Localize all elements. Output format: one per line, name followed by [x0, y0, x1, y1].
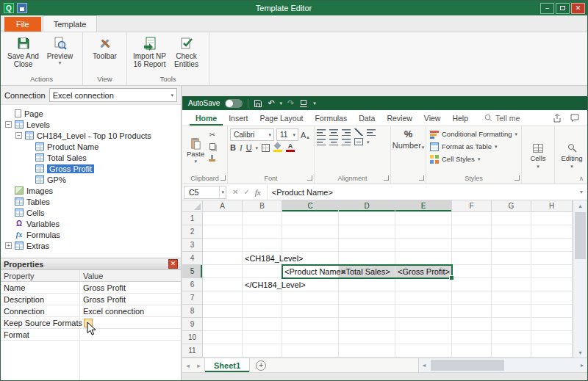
cell-D9[interactable] [339, 318, 395, 331]
cancel-icon[interactable]: ✕ [232, 188, 238, 196]
expand-icon[interactable]: + [5, 242, 12, 249]
previous-sheet-icon[interactable]: ◂ [182, 362, 193, 369]
tell-me-box[interactable]: Tell me [484, 114, 520, 123]
collapse-ribbon-icon[interactable]: ∧ [578, 175, 584, 182]
underline-button[interactable]: U [246, 143, 252, 152]
toolbar-button[interactable]: Toolbar [87, 35, 123, 62]
orientation-icon[interactable] [354, 128, 363, 136]
tab-home[interactable]: Home [190, 110, 223, 126]
cell-C11[interactable] [282, 344, 339, 358]
insert-function-icon[interactable]: fx [255, 188, 261, 197]
scroll-up-icon[interactable]: ▴ [573, 200, 587, 211]
keep-source-formats-checkbox[interactable] [84, 319, 93, 327]
cut-button[interactable]: ✂ [209, 129, 215, 139]
cell-F9[interactable] [452, 318, 492, 331]
property-row-name[interactable]: Name Gross Profit [1, 282, 181, 294]
column-header-C[interactable]: C [282, 200, 339, 212]
chevron-down-icon[interactable]: ▾ [256, 145, 259, 150]
tree-item-cells[interactable]: Cells [1, 207, 181, 218]
cell-E1[interactable] [395, 212, 452, 225]
cell-B9[interactable] [243, 318, 282, 331]
cell-G4[interactable] [492, 252, 531, 265]
cell-B1[interactable] [243, 212, 282, 225]
row-header-3[interactable]: 3 [182, 239, 203, 252]
cell-E6[interactable] [395, 278, 452, 291]
tab-review[interactable]: Review [381, 110, 417, 126]
row-header-5[interactable]: 5 [182, 265, 203, 278]
cell-G2[interactable] [492, 225, 531, 239]
property-row-format[interactable]: Format [1, 329, 181, 341]
tree-item-images[interactable]: Images [1, 185, 181, 196]
connection-select[interactable]: Excel connection ▾ [49, 88, 177, 102]
cell-A3[interactable] [203, 239, 243, 252]
cell-D1[interactable] [339, 212, 395, 225]
cell-A11[interactable] [203, 344, 243, 358]
row-header-2[interactable]: 2 [182, 225, 203, 239]
column-header-G[interactable]: G [492, 200, 531, 212]
cell-A8[interactable] [203, 305, 243, 318]
autosave-toggle[interactable] [225, 99, 243, 108]
cell-C3[interactable] [282, 239, 339, 252]
tab-template[interactable]: Template [43, 15, 98, 32]
row-header-1[interactable]: 1 [182, 212, 203, 225]
expand-formula-bar-icon[interactable]: ▾ [577, 189, 586, 195]
cell-G11[interactable] [492, 344, 531, 358]
sheet-tab-sheet1[interactable]: Sheet1 [204, 358, 250, 372]
property-value[interactable]: Gross Profit [80, 282, 181, 293]
cell-G10[interactable] [492, 331, 531, 344]
cell-G5[interactable] [492, 265, 531, 278]
scroll-down-icon[interactable]: ▾ [573, 347, 587, 358]
dialog-launcher-icon[interactable] [220, 175, 226, 181]
cell-C1[interactable] [282, 212, 339, 225]
tab-page-layout[interactable]: Page Layout [254, 110, 309, 126]
quick-command-icon[interactable] [299, 99, 308, 108]
row-header-4[interactable]: 4 [182, 252, 203, 265]
cell-A9[interactable] [203, 318, 243, 331]
property-row-description[interactable]: Description Gross Profit [1, 294, 181, 305]
select-all-corner[interactable] [182, 200, 203, 212]
cell-C10[interactable] [282, 331, 339, 344]
add-sheet-button[interactable]: + [256, 360, 266, 371]
formula-input[interactable]: <Product Name> [268, 184, 577, 200]
scrollbar-thumb[interactable] [575, 212, 586, 259]
paste-button[interactable]: Paste ▾ [184, 128, 207, 173]
align-center-icon[interactable] [329, 138, 338, 145]
collapse-icon[interactable]: − [5, 121, 12, 128]
cell-A2[interactable] [203, 225, 243, 239]
column-header-E[interactable]: E [395, 200, 452, 212]
vertical-scrollbar[interactable]: ▴ ▾ [573, 200, 587, 358]
cell-H5[interactable] [531, 265, 573, 278]
import-np16-report-button[interactable]: Import NP 16 Report [132, 35, 168, 70]
row-header-6[interactable]: 6 [182, 278, 203, 291]
column-header-F[interactable]: F [452, 200, 492, 212]
copy-button[interactable] [209, 141, 215, 151]
cell-G6[interactable] [492, 278, 531, 291]
tree-item-gp-percent[interactable]: GP% [1, 174, 181, 185]
dialog-launcher-icon[interactable] [384, 175, 389, 181]
scrollbar-track[interactable] [429, 358, 577, 372]
redo-icon[interactable]: ↷ [287, 99, 294, 107]
cell-B10[interactable] [243, 331, 282, 344]
cell-D2[interactable] [339, 225, 395, 239]
fill-color-icon[interactable] [273, 143, 282, 152]
cell-C7[interactable] [282, 291, 339, 305]
tree-item-product-name[interactable]: Product Name [1, 141, 181, 152]
cell-F2[interactable] [452, 225, 492, 239]
cell-E5[interactable]: <Gross Profit> [395, 265, 452, 278]
cell-B4[interactable]: <CH184_Level> [243, 252, 282, 265]
cell-B6[interactable]: </CH184_Level> [243, 278, 282, 291]
next-sheet-icon[interactable]: ▸ [193, 362, 204, 369]
horizontal-scrollbar[interactable]: ◂ ▸ [418, 358, 587, 372]
cell-A4[interactable] [203, 252, 243, 265]
cell-F6[interactable] [452, 278, 492, 291]
cell-D3[interactable] [339, 239, 395, 252]
cell-B5[interactable] [243, 265, 282, 278]
minimize-button[interactable]: – [540, 3, 554, 14]
cell-D8[interactable] [339, 305, 395, 318]
tree-item-gross-profit[interactable]: Gross Profit [1, 163, 181, 174]
save-icon[interactable] [254, 99, 262, 108]
cell-H6[interactable] [531, 278, 573, 291]
cell-D7[interactable] [339, 291, 395, 305]
tree-item-levels[interactable]: − Levels [1, 119, 181, 130]
comments-icon[interactable] [570, 113, 580, 123]
